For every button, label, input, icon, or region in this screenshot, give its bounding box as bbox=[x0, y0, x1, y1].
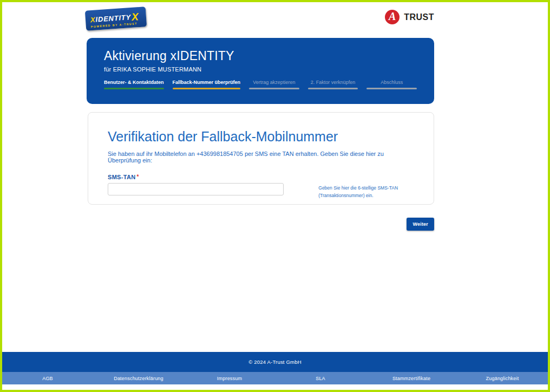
step-indicator-bar bbox=[173, 88, 241, 89]
activation-header-card: Aktivierung xIDENTITY für ERIKA SOPHIE M… bbox=[87, 38, 434, 104]
footer-link-datenschutz[interactable]: Datenschutzerklärung bbox=[93, 376, 184, 381]
footer-copyright-bar: © 2024 A-Trust GmbH bbox=[2, 352, 548, 372]
field-help-text: Geben Sie hier die 6-stellige SMS-TAN (T… bbox=[318, 183, 414, 200]
step-label: Abschluss bbox=[366, 80, 417, 88]
footer-links-bar: AGB Datenschutzerklärung Impressum SLA S… bbox=[2, 372, 548, 384]
step-tab-abschluss[interactable]: Abschluss bbox=[366, 80, 417, 89]
section-heading: Verifikation der Fallback-Mobilnummer bbox=[108, 129, 414, 145]
instruction-text: Sie haben auf ihr Mobiltelefon an +43699… bbox=[108, 151, 414, 164]
sms-tan-label-text: SMS-TAN bbox=[108, 174, 135, 180]
top-bar: XIDENTITYX POWERED BY A-TRUST A TRUST bbox=[86, 6, 434, 29]
sms-tan-field-row: Geben Sie hier die 6-stellige SMS-TAN (T… bbox=[108, 183, 414, 200]
atrust-logo: A TRUST bbox=[385, 10, 434, 24]
action-row: Weiter bbox=[88, 218, 434, 231]
sms-tan-input[interactable] bbox=[108, 183, 284, 195]
step-tab-benutzer-kontaktdaten[interactable]: Benutzer- & Kontaktdaten bbox=[104, 80, 164, 89]
sms-tan-label: SMS-TAN* bbox=[108, 174, 414, 180]
step-label: Benutzer- & Kontaktdaten bbox=[104, 80, 164, 88]
step-indicator-bar bbox=[308, 88, 358, 89]
atrust-logo-text: TRUST bbox=[404, 12, 434, 22]
step-label: Fallback-Nummer überprüfen bbox=[173, 80, 241, 88]
page: XIDENTITYX POWERED BY A-TRUST A TRUST Ak… bbox=[0, 0, 550, 392]
footer-link-sla[interactable]: SLA bbox=[275, 376, 366, 381]
footer-link-agb[interactable]: AGB bbox=[2, 376, 93, 381]
footer-link-impressum[interactable]: Impressum bbox=[184, 376, 275, 381]
verification-card: Verifikation der Fallback-Mobilnummer Si… bbox=[88, 112, 434, 205]
step-indicator-bar bbox=[104, 88, 164, 89]
footer-link-stammzertifikate[interactable]: Stammzertifikate bbox=[366, 376, 457, 381]
step-tab-zweiter-faktor[interactable]: 2. Faktor verknüpfen bbox=[308, 80, 358, 89]
required-asterisk: * bbox=[136, 174, 139, 180]
step-tab-vertrag[interactable]: Vertrag akzeptieren bbox=[249, 80, 299, 89]
step-label: Vertrag akzeptieren bbox=[249, 80, 299, 88]
user-name-subtitle: für ERIKA SOPHIE MUSTERMANN bbox=[104, 66, 417, 73]
weiter-button[interactable]: Weiter bbox=[407, 218, 434, 231]
footer: © 2024 A-Trust GmbH AGB Datenschutzerklä… bbox=[2, 352, 548, 384]
step-tab-fallback-nummer[interactable]: Fallback-Nummer überprüfen bbox=[173, 80, 241, 89]
copyright-text: © 2024 A-Trust GmbH bbox=[248, 359, 302, 365]
step-tabs: Benutzer- & Kontaktdaten Fallback-Nummer… bbox=[104, 80, 417, 89]
xidentity-logo[interactable]: XIDENTITYX POWERED BY A-TRUST bbox=[85, 6, 147, 31]
logo-x-icon: X bbox=[131, 11, 139, 23]
step-indicator-bar bbox=[249, 88, 299, 89]
step-label: 2. Faktor verknüpfen bbox=[308, 80, 358, 88]
logo-word: IDENTITY bbox=[95, 13, 132, 24]
atrust-a-icon: A bbox=[385, 10, 400, 24]
step-indicator-bar bbox=[366, 88, 417, 89]
page-title: Aktivierung xIDENTITY bbox=[104, 49, 417, 63]
footer-link-zugaenglichkeit[interactable]: Zugänglichkeit bbox=[457, 376, 548, 381]
